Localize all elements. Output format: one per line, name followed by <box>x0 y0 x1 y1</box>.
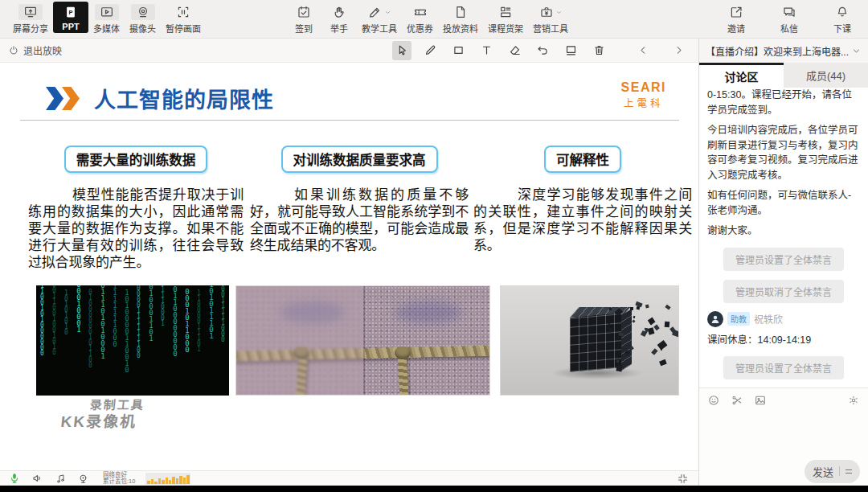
column-body-text: 深度学习能够发现事件之间的关联性，建立事件之间的映射关系，但是深度学习不能解释因… <box>473 187 692 254</box>
seari-logo-chinese: 上電科 <box>621 95 666 110</box>
action-coupon-button[interactable]: 优惠券 <box>402 2 438 36</box>
main-area: 退出放映 人工智能的局限性 SEARI 上電科 需要大量的训练数据 <box>0 39 699 486</box>
previous-slide-button[interactable] <box>636 41 650 60</box>
message-text: 今日培训内容完成后，各位学员可刷新目录进行复习与考核，复习内容可参考复习视频。复… <box>707 123 860 182</box>
tool-eraser-button[interactable] <box>505 41 524 60</box>
exit-presentation-button[interactable]: 退出放映 <box>8 43 62 57</box>
action-marketing-tools-button[interactable]: 营销工具 <box>528 2 573 36</box>
tool-trash-button[interactable] <box>589 41 608 60</box>
network-bar <box>172 477 174 484</box>
action-raise-hand-button[interactable]: 举手 <box>321 2 357 36</box>
collapse-icon[interactable] <box>677 473 689 485</box>
microphone-icon[interactable] <box>8 472 21 485</box>
matrix-glyph-column: 10101010 <box>63 289 69 334</box>
action-private-message-button[interactable]: 私信 <box>772 2 807 36</box>
tool-rect-button[interactable] <box>448 41 468 60</box>
materials-icon <box>453 4 468 20</box>
slide-title: 人工智能的局限性 <box>94 83 274 114</box>
mode-pause-screen-button[interactable]: 暂停画面 <box>161 2 206 36</box>
action-course-shelf-button[interactable]: 课程货架 <box>483 2 528 36</box>
chat-sidebar: 【直播介绍】欢迎来到上海电器... 讨论区 成员(44) 1助教祝轶欣各位学员，… <box>699 39 868 486</box>
send-button[interactable]: 发送 <box>805 460 860 483</box>
tool-pen-button[interactable] <box>420 41 440 60</box>
speaker-icon[interactable] <box>31 472 44 485</box>
network-bar <box>158 478 161 484</box>
assistant-badge: 助教 <box>727 312 750 326</box>
course-shelf-icon <box>498 4 513 20</box>
emoji-icon[interactable] <box>707 394 720 407</box>
media-status-bar: 网络良好 累计丢包:10 <box>0 470 698 486</box>
matrix-glyph-column: 11000011101 <box>195 289 202 351</box>
tool-text-button[interactable] <box>477 41 496 60</box>
mode-camera-button[interactable]: 摄像头 <box>125 2 161 36</box>
cube-debris <box>661 349 663 351</box>
mode-ppt-button[interactable]: PPPT <box>53 2 88 33</box>
action-invite-button[interactable]: 邀请 <box>719 2 754 36</box>
tool-cursor-button[interactable] <box>392 41 411 60</box>
mode-screen-share-button[interactable]: 屏幕分享 <box>8 2 53 36</box>
tool-undo-button[interactable] <box>533 41 552 60</box>
action-teaching-tools-button[interactable]: 教学工具 <box>357 2 402 36</box>
texture-blob <box>395 301 461 323</box>
toolbar-item-label: 屏幕分享 <box>13 22 48 35</box>
chat-message: 助教祝轶欣课间休息：14:09-14:19 <box>707 311 860 348</box>
live-room-title-bar[interactable]: 【直播介绍】欢迎来到上海电器... <box>699 39 868 63</box>
network-bar <box>186 475 189 484</box>
column-heading-box: 需要大量的训练数据 <box>64 146 208 173</box>
webcam-icon[interactable] <box>77 473 89 485</box>
screenshot-cut-icon[interactable] <box>731 394 743 407</box>
marketing-tools-icon <box>539 4 563 20</box>
matrix-glyph-column: 00010001 <box>75 285 82 332</box>
chat-message-list[interactable]: 1助教祝轶欣各位学员，下午培训时间为：13:00-15:30。课程已经开始，请各… <box>699 88 868 387</box>
next-slide-button[interactable] <box>671 41 686 60</box>
send-options-icon[interactable] <box>845 469 852 474</box>
toolbar-item-label: 教学工具 <box>362 22 397 35</box>
message-text: 谢谢大家。 <box>707 223 860 239</box>
network-bar <box>169 480 171 484</box>
sidebar-tabs: 讨论区 成员(44) <box>699 63 868 88</box>
toolbar-item-label: 优惠券 <box>407 22 433 35</box>
matrix-glyph-column: 1010000110010 <box>123 289 130 372</box>
blurred-half-overlay <box>236 286 363 395</box>
chevron-down-icon <box>384 9 391 16</box>
toolbar-item-label: 举手 <box>330 22 348 35</box>
cube-debris <box>672 330 679 337</box>
cube-debris <box>632 320 635 323</box>
screen-share-icon <box>18 4 43 20</box>
matrix-glyph-column: 0001011000 <box>183 288 190 352</box>
seari-logo-text: SEARI <box>621 80 666 95</box>
tab-members[interactable]: 成员(44) <box>784 63 868 88</box>
cube-debris <box>648 317 656 325</box>
matrix-glyph-column: 0011111000 <box>219 285 226 342</box>
cube-debris <box>633 316 635 319</box>
cube-front-face <box>570 314 621 372</box>
cube-debris <box>609 308 612 311</box>
sender-name: 祝轶欣 <box>754 312 783 326</box>
action-check-in-button[interactable]: 签到 <box>286 2 321 36</box>
toolbar-item-label: 摄像头 <box>129 22 156 35</box>
toolbar-item-label: 下课 <box>833 22 851 35</box>
tab-discussion[interactable]: 讨论区 <box>699 63 784 88</box>
action-end-class-button[interactable]: 下课 <box>825 2 860 36</box>
matrix-glyph-column: 0011001001010 <box>51 285 57 355</box>
background-music-icon[interactable] <box>55 473 67 485</box>
slide-column-3: 可解释性 深度学习能够发现事件之间的关联性，建立事件之间的映射关系，但是深度学习… <box>473 146 692 254</box>
message-text: 课间休息：14:09-14:19 <box>707 333 860 348</box>
network-bars-chart <box>145 473 190 485</box>
cube-debris <box>630 307 633 310</box>
svg-text:P: P <box>68 9 72 16</box>
action-materials-button[interactable]: 投放资料 <box>438 2 483 36</box>
image-upload-icon[interactable] <box>754 394 767 407</box>
raise-hand-icon <box>332 4 346 20</box>
column-heading-box: 可解释性 <box>544 146 621 173</box>
matrix-glyph-column: 0000111111100 <box>135 285 141 358</box>
matrix-glyph-column: 011101010001 <box>99 285 106 359</box>
mode-multimedia-button[interactable]: 多媒体 <box>88 2 125 36</box>
chat-settings-icon[interactable] <box>847 394 860 407</box>
presenter-toolbar: 退出放映 <box>0 39 698 63</box>
tool-board-button[interactable] <box>561 41 580 60</box>
matrix-code-image: 1100101000000001100100101010101010000100… <box>36 285 229 396</box>
cube-debris <box>657 340 668 350</box>
invite-icon <box>729 4 743 20</box>
chat-input[interactable] <box>699 412 868 457</box>
